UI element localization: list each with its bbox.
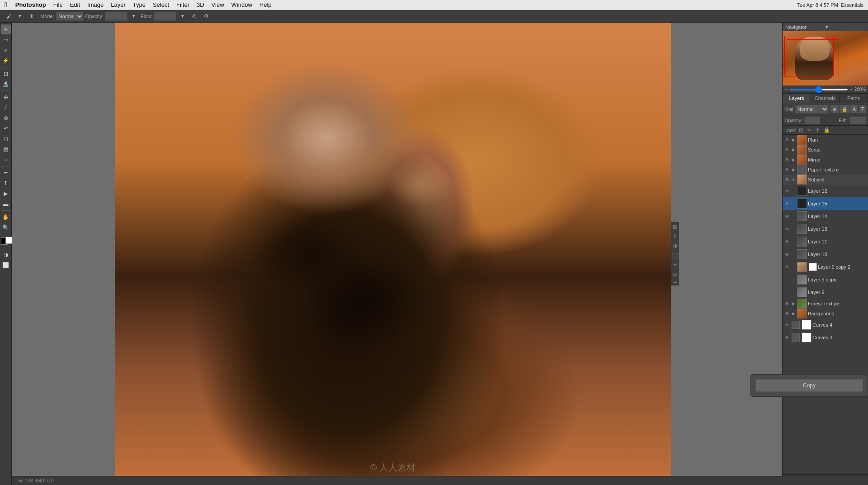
layer-item-9copy2[interactable]: 👁 Layer 9 copy 2 xyxy=(783,261,868,273)
adjustments-icon[interactable]: ☀ xyxy=(672,262,678,268)
path-selection-tool[interactable]: ▶ xyxy=(1,189,11,199)
type-panel-icon[interactable]: T xyxy=(673,281,678,284)
blend-mode-select[interactable]: Normal xyxy=(795,105,829,114)
fill-value[interactable]: 100% xyxy=(850,116,866,124)
nav-zoom-slider[interactable] xyxy=(790,89,848,90)
marquee-tool[interactable]: ▭ xyxy=(1,35,11,45)
layer-group-mirror[interactable]: 👁 ▶ Mirror xyxy=(783,155,868,165)
layer-group-subject[interactable]: 👁 ▼ Subject xyxy=(783,175,868,185)
menu-photoshop[interactable]: Photoshop xyxy=(12,0,50,10)
color-icon[interactable]: ◑ xyxy=(672,243,678,249)
layer-item-15[interactable]: 👁 Layer 15 xyxy=(783,197,868,210)
layer-item-9copy[interactable]: Layer 9 copy xyxy=(783,273,868,286)
layer-item-11[interactable]: 👁 Layer 11 xyxy=(783,235,868,248)
menu-image[interactable]: Image xyxy=(84,0,107,10)
menu-view[interactable]: View xyxy=(208,0,228,10)
layer-group-forest-texture[interactable]: 👁 ▶ Forest Texture xyxy=(783,299,868,309)
move-tool[interactable]: ✛ xyxy=(1,24,11,34)
magic-wand-tool[interactable]: ⚡ xyxy=(1,56,11,66)
opacity-value[interactable]: 100% xyxy=(804,116,821,124)
navigator-collapse-icon[interactable]: ▾ xyxy=(826,24,866,30)
gradient-tool[interactable]: ▦ xyxy=(1,144,11,154)
menu-layer[interactable]: Layer xyxy=(107,0,129,10)
swatches-icon[interactable]: ⬛ xyxy=(672,252,678,258)
vis-layer-12[interactable]: 👁 xyxy=(783,187,791,195)
vis-layer-9[interactable] xyxy=(783,289,791,296)
vis-layer-11[interactable]: 👁 xyxy=(783,238,791,245)
layer-item-13[interactable]: 👁 Layer 13 xyxy=(783,223,868,235)
layer-item-curves4[interactable]: 👁 ~ Curves 4 xyxy=(783,319,868,331)
airbrush-toggle[interactable]: ◎ xyxy=(189,11,199,21)
menu-3d[interactable]: 3D xyxy=(193,0,208,10)
mode-select[interactable]: Normal xyxy=(56,12,84,21)
menu-type[interactable]: Type xyxy=(129,0,149,10)
eraser-tool[interactable]: ◻ xyxy=(1,134,11,144)
brush-tool-side[interactable]: ∕ xyxy=(1,103,11,113)
canvas-area[interactable]: www.rrcg.cn © 人人素材 ▦ ℹ ◑ ⬛ ☀ ◎ T xyxy=(12,23,782,485)
history-brush-tool[interactable]: ↶ xyxy=(1,124,11,133)
layer-item-14[interactable]: 👁 Layer 14 xyxy=(783,210,868,223)
lasso-tool[interactable]: ⌾ xyxy=(1,45,11,55)
apple-menu[interactable]:  xyxy=(0,1,12,9)
nav-zoom-in[interactable]: + xyxy=(850,87,853,92)
tab-layers[interactable]: Layers xyxy=(783,94,811,103)
text-tool[interactable]: T xyxy=(1,178,11,188)
vis-mirror[interactable]: 👁 xyxy=(783,156,791,163)
lock-transparent-button[interactable]: ▧ xyxy=(797,127,805,133)
vis-script[interactable]: 👁 xyxy=(783,146,791,153)
copy-button[interactable]: Copy xyxy=(755,379,863,392)
flow-toggle[interactable]: ▾ xyxy=(178,11,188,21)
auto-icon[interactable]: A xyxy=(850,105,858,113)
menu-window[interactable]: Window xyxy=(228,0,256,10)
workspace-button[interactable]: Essentials xyxy=(841,2,863,8)
spot-healing-tool[interactable]: ⊕ xyxy=(1,92,11,102)
info-icon[interactable]: ℹ xyxy=(672,233,678,239)
vis-layer-9copy2[interactable]: 👁 xyxy=(783,263,791,271)
layer-group-background[interactable]: 👁 ▶ Background xyxy=(783,309,868,319)
shape-tool[interactable]: ▬ xyxy=(1,199,11,209)
styles-icon[interactable]: ◎ xyxy=(672,271,678,277)
vis-curves3[interactable]: 👁 xyxy=(783,334,791,341)
lock-position-button[interactable]: ✛ xyxy=(814,127,821,133)
vis-curves4[interactable]: 👁 xyxy=(783,321,791,328)
layer-item-10[interactable]: 👁 Layer 10 xyxy=(783,248,868,261)
brush-size-button[interactable]: ▾ xyxy=(15,11,25,21)
flow-input[interactable]: 100% xyxy=(154,12,176,21)
lock-image-button[interactable]: ✏ xyxy=(806,127,813,133)
vis-layer-14[interactable]: 👁 xyxy=(783,213,791,220)
vis-layer-9copy[interactable] xyxy=(783,276,791,283)
vis-background[interactable]: 👁 xyxy=(783,310,791,317)
menu-help[interactable]: Help xyxy=(256,0,275,10)
layer-item-curves3[interactable]: 👁 ~ Curves 3 xyxy=(783,331,868,344)
dodge-tool[interactable]: ○ xyxy=(1,155,11,165)
lock-all-layers-button[interactable]: 🔒 xyxy=(822,127,831,133)
clone-stamp-tool[interactable]: ⊚ xyxy=(1,113,11,123)
navigator-header[interactable]: Navigator ▾ xyxy=(783,23,868,31)
histogram-icon[interactable]: ▦ xyxy=(672,224,678,230)
vis-plan[interactable]: 👁 xyxy=(783,136,791,143)
menu-file[interactable]: File xyxy=(50,0,66,10)
type-filter[interactable]: T xyxy=(859,105,866,113)
nav-zoom-out[interactable]: − xyxy=(785,87,788,92)
menu-filter[interactable]: Filter xyxy=(173,0,193,10)
brush-settings-toggle[interactable]: ⚙ xyxy=(201,11,211,21)
tab-channels[interactable]: Channels xyxy=(811,94,840,103)
quick-mask-toggle[interactable]: ◑ xyxy=(1,250,11,260)
brush-tool-button[interactable]: 🖌 xyxy=(4,11,14,21)
vis-layer-10[interactable]: 👁 xyxy=(783,251,791,258)
tab-paths[interactable]: Paths xyxy=(840,94,868,103)
vis-layer-15[interactable]: 👁 xyxy=(783,200,791,207)
navigator-thumbnail[interactable] xyxy=(783,31,868,86)
screen-mode-toggle[interactable]: ⬜ xyxy=(1,260,11,270)
opacity-toggle[interactable]: ▾ xyxy=(129,11,139,21)
hand-tool[interactable]: ✋ xyxy=(1,212,11,222)
vis-layer-13[interactable]: 👁 xyxy=(783,225,791,233)
menu-edit[interactable]: Edit xyxy=(66,0,84,10)
vis-forest-texture[interactable]: 👁 xyxy=(783,300,791,307)
layer-item-9[interactable]: Layer 9 xyxy=(783,286,868,299)
opacity-input[interactable]: 100% xyxy=(105,12,127,21)
layer-group-plan[interactable]: 👁 ▶ Plan xyxy=(783,135,868,145)
layer-item-12[interactable]: 👁 Layer 12 xyxy=(783,185,868,197)
filter-layers-button[interactable]: ⊕ xyxy=(830,105,839,113)
zoom-tool[interactable]: 🔍 xyxy=(1,223,11,233)
